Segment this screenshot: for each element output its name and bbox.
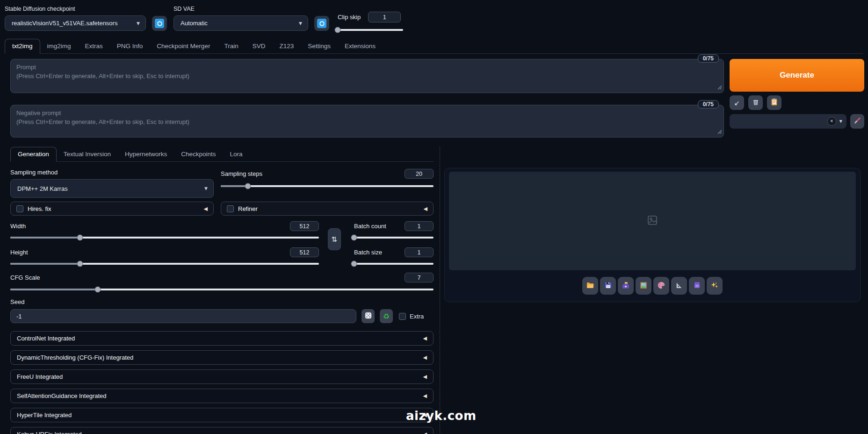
clipboard-icon bbox=[771, 98, 778, 107]
batch-count-slider[interactable] bbox=[354, 234, 434, 240]
tab-lora[interactable]: Lora bbox=[223, 147, 249, 161]
clip-skip-slider[interactable] bbox=[338, 27, 403, 33]
upscale-button[interactable] bbox=[707, 277, 723, 295]
clear-styles-icon[interactable]: × bbox=[827, 117, 836, 126]
refresh-checkpoint-button[interactable] bbox=[152, 16, 167, 31]
slider-handle[interactable] bbox=[77, 234, 83, 240]
archive-box-icon bbox=[622, 281, 630, 291]
tab-txt2img[interactable]: txt2img bbox=[5, 39, 40, 54]
cfg-scale-input[interactable]: 7 bbox=[405, 273, 434, 282]
extra-seed-label: Extra bbox=[410, 313, 424, 320]
collapse-left-icon[interactable]: ◀ bbox=[424, 206, 427, 212]
slider-handle[interactable] bbox=[95, 286, 101, 292]
accordion-controlnet[interactable]: ControlNet Integrated ◀ bbox=[10, 331, 434, 346]
tab-checkpoints[interactable]: Checkpoints bbox=[174, 147, 223, 161]
tab-png-info[interactable]: PNG Info bbox=[110, 39, 150, 53]
tab-z123[interactable]: Z123 bbox=[272, 39, 301, 53]
resize-handle-icon[interactable] bbox=[717, 129, 722, 136]
paste-generation-info-button[interactable]: ↙ bbox=[730, 95, 744, 110]
send-to-extras-button[interactable] bbox=[653, 277, 669, 295]
vae-field: SD VAE Automatic ▼ bbox=[174, 6, 329, 31]
refresh-vae-button[interactable] bbox=[314, 16, 329, 31]
collapse-left-icon[interactable]: ◀ bbox=[204, 206, 208, 212]
accordion-hypertile[interactable]: HyperTile Integrated ◀ bbox=[10, 408, 434, 422]
tab-svd[interactable]: SVD bbox=[246, 39, 273, 53]
batch-size-slider[interactable] bbox=[354, 260, 434, 267]
save-zip-button[interactable] bbox=[618, 277, 634, 295]
sparkles-icon bbox=[710, 281, 719, 291]
edit-styles-button[interactable] bbox=[850, 114, 864, 129]
accordion-dynamic-thresholding[interactable]: DynamicThresholding (CFG-Fix) Integrated… bbox=[10, 350, 434, 365]
resize-handle-icon[interactable] bbox=[717, 84, 722, 91]
tab-train[interactable]: Train bbox=[217, 39, 245, 53]
hires-fix-checkbox[interactable] bbox=[16, 205, 23, 212]
send-to-img2img-button[interactable] bbox=[636, 277, 651, 295]
clip-skip-input[interactable]: 1 bbox=[368, 12, 401, 22]
accordion-label: SelfAttentionGuidance Integrated bbox=[17, 392, 107, 399]
width-slider[interactable] bbox=[10, 234, 319, 240]
accordion-freeu[interactable]: FreeU Integrated ◀ bbox=[10, 369, 434, 384]
clear-prompt-button[interactable] bbox=[748, 95, 763, 110]
tab-hypernetworks[interactable]: Hypernetworks bbox=[118, 147, 174, 161]
extra-seed-checkbox[interactable] bbox=[399, 313, 406, 320]
vae-dropdown[interactable]: Automatic ▼ bbox=[174, 15, 308, 31]
accordion-kohya-hrfix[interactable]: Kohya HRFix Integrated ◀ bbox=[10, 427, 434, 434]
chevron-down-icon: ▼ bbox=[299, 21, 302, 26]
sampling-method-dropdown[interactable]: DPM++ 2M Karras ▼ bbox=[10, 179, 214, 198]
slider-handle[interactable] bbox=[245, 183, 251, 189]
sampling-steps-slider[interactable] bbox=[221, 183, 434, 189]
accordion-self-attention-guidance[interactable]: SelfAttentionGuidance Integrated ◀ bbox=[10, 389, 434, 403]
apply-styles-button[interactable] bbox=[767, 95, 781, 110]
refiner-panel[interactable]: Refiner ◀ bbox=[221, 202, 434, 216]
sampling-steps-input[interactable]: 20 bbox=[405, 169, 434, 179]
refresh-icon bbox=[317, 19, 326, 28]
batch-size-input[interactable]: 1 bbox=[405, 247, 434, 257]
tab-img2img[interactable]: img2img bbox=[40, 39, 78, 53]
width-input[interactable]: 512 bbox=[290, 221, 319, 231]
swap-dimensions-button[interactable]: ⇅ bbox=[328, 228, 341, 250]
slider-handle[interactable] bbox=[335, 27, 341, 33]
extension-accordions: ControlNet Integrated ◀ DynamicThreshold… bbox=[10, 331, 434, 434]
refiner-label: Refiner bbox=[238, 205, 258, 212]
seed-input[interactable]: -1 bbox=[10, 309, 356, 323]
prompt-textarea[interactable]: 0/75 Prompt (Press Ctrl+Enter to generat… bbox=[10, 59, 724, 93]
collapse-left-icon: ◀ bbox=[423, 335, 427, 341]
tab-settings[interactable]: Settings bbox=[301, 39, 338, 53]
tab-generation[interactable]: Generation bbox=[10, 147, 57, 162]
open-output-folder-button[interactable] bbox=[582, 277, 598, 295]
cfg-scale-slider[interactable] bbox=[10, 286, 434, 292]
chevron-down-icon: ▼ bbox=[839, 119, 842, 123]
save-image-button[interactable] bbox=[600, 277, 616, 295]
negative-prompt-textarea[interactable]: 0/75 Negative prompt (Press Ctrl+Enter t… bbox=[10, 105, 724, 137]
recycle-icon: ♻ bbox=[383, 312, 390, 321]
arrow-down-left-icon: ↙ bbox=[734, 99, 740, 107]
prompt-placeholder-title: Prompt bbox=[16, 64, 718, 71]
image-placeholder-icon bbox=[647, 215, 658, 227]
height-slider[interactable] bbox=[10, 260, 319, 267]
slider-handle[interactable] bbox=[351, 260, 357, 267]
output-image-area[interactable] bbox=[449, 172, 856, 270]
collapse-left-icon: ◀ bbox=[423, 354, 427, 361]
send-to-inpaint-button[interactable] bbox=[671, 277, 687, 295]
hires-fix-panel[interactable]: Hires. fix ◀ bbox=[10, 202, 214, 216]
tab-extras[interactable]: Extras bbox=[78, 39, 110, 53]
paintbrush-icon bbox=[854, 117, 861, 126]
reuse-seed-button[interactable]: ♻ bbox=[380, 309, 393, 323]
checkpoint-dropdown[interactable]: realisticVisionV51_v51VAE.safetensors ▼ bbox=[5, 15, 146, 31]
generate-button[interactable]: Generate bbox=[730, 59, 864, 92]
batch-count-input[interactable]: 1 bbox=[405, 221, 434, 231]
chevron-down-icon: ▼ bbox=[137, 21, 140, 26]
dice-icon bbox=[365, 312, 372, 320]
tab-checkpoint-merger[interactable]: Checkpoint Merger bbox=[150, 39, 217, 53]
slider-handle[interactable] bbox=[351, 234, 357, 240]
tab-textual-inversion[interactable]: Textual Inversion bbox=[57, 147, 118, 161]
random-seed-button[interactable] bbox=[362, 309, 375, 323]
send-to-video-button[interactable] bbox=[689, 277, 705, 295]
tab-extensions[interactable]: Extensions bbox=[338, 39, 383, 53]
styles-dropdown[interactable]: × ▼ bbox=[730, 114, 846, 129]
refiner-checkbox[interactable] bbox=[227, 205, 234, 212]
refresh-icon bbox=[155, 19, 164, 28]
slider-handle[interactable] bbox=[77, 260, 83, 267]
height-input[interactable]: 512 bbox=[290, 247, 319, 257]
triangle-ruler-icon bbox=[675, 281, 683, 291]
